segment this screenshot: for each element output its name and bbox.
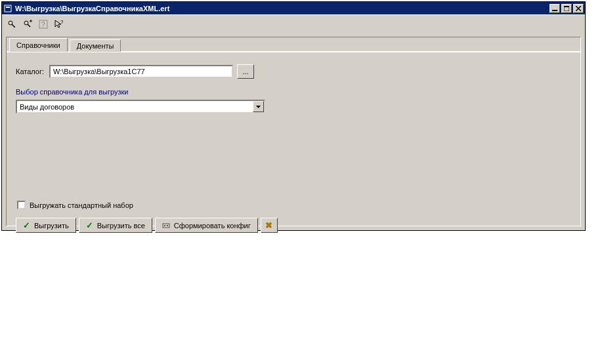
svg-rect-18 <box>163 224 169 228</box>
tab-label: Документы <box>77 42 114 50</box>
gear-icon <box>162 222 170 230</box>
svg-text:?: ? <box>41 21 45 28</box>
check-icon: ✓ <box>23 220 30 230</box>
find-icon[interactable] <box>6 18 18 30</box>
app-window: W:\Выгрузка\ВыгрузкаСправочникаXML.ert ?… <box>1 1 586 231</box>
catalog-row: Каталог: ... <box>16 64 571 79</box>
check-icon: ✓ <box>86 220 93 230</box>
dropdown-button[interactable] <box>253 101 264 112</box>
svg-line-11 <box>28 24 30 27</box>
button-label: Выгрузить все <box>97 222 145 230</box>
minimize-button[interactable] <box>550 4 560 13</box>
app-icon <box>3 4 12 13</box>
tab-spravochniki[interactable]: Справочники <box>9 38 68 52</box>
std-set-checkbox[interactable] <box>17 201 26 209</box>
cancel-button[interactable]: ✖ <box>261 218 278 233</box>
make-config-button[interactable]: Сформировать конфиг <box>155 218 258 233</box>
export-all-button[interactable]: ✓ Выгрузить все <box>79 218 152 233</box>
svg-rect-1 <box>6 7 10 8</box>
svg-rect-4 <box>564 6 569 7</box>
toolbar: ? ? <box>2 14 585 33</box>
help-icon[interactable]: ? <box>37 18 49 30</box>
tabstrip: Справочники Документы <box>7 37 580 52</box>
svg-rect-0 <box>5 5 11 12</box>
svg-rect-2 <box>552 10 557 11</box>
std-set-label: Выгружать стандартный набор <box>30 201 133 209</box>
catalog-input[interactable] <box>49 65 233 78</box>
tab-label: Справочники <box>16 41 60 49</box>
browse-button[interactable]: ... <box>237 64 254 79</box>
catalog-label: Каталог: <box>16 68 44 75</box>
svg-point-9 <box>14 26 15 28</box>
tab-page-spravochniki: Каталог: ... Выбор справочника для выгру… <box>7 52 580 226</box>
svg-rect-20 <box>167 225 168 226</box>
client-area: Справочники Документы Каталог: ... Выбор… <box>6 37 581 226</box>
tab-dokumenty[interactable]: Документы <box>70 39 121 52</box>
std-set-row: Выгружать стандартный набор <box>17 201 133 209</box>
close-button[interactable] <box>573 4 584 13</box>
chevron-down-icon <box>256 106 261 108</box>
button-label: Выгрузить <box>34 222 69 230</box>
spravochnik-select[interactable]: Виды договоров <box>16 100 265 113</box>
window-title: W:\Выгрузка\ВыгрузкаСправочникаXML.ert <box>15 5 548 12</box>
find-add-icon[interactable] <box>22 18 33 30</box>
action-buttons: ✓ Выгрузить ✓ Выгрузить все Сформировать… <box>16 218 278 233</box>
cross-icon: ✖ <box>265 220 272 230</box>
cursor-help-icon[interactable]: ? <box>53 18 65 30</box>
window-controls <box>548 4 584 13</box>
titlebar: W:\Выгрузка\ВыгрузкаСправочникаXML.ert <box>2 2 585 14</box>
spravochnik-selected: Виды договоров <box>17 101 253 112</box>
button-label: Сформировать конфиг <box>174 222 251 230</box>
svg-marker-17 <box>256 106 261 108</box>
section-title: Выбор справочника для выгрузки <box>16 88 571 96</box>
svg-text:?: ? <box>60 20 64 25</box>
maximize-button[interactable] <box>561 4 572 13</box>
svg-rect-19 <box>164 225 165 226</box>
export-button[interactable]: ✓ Выгрузить <box>16 218 76 233</box>
